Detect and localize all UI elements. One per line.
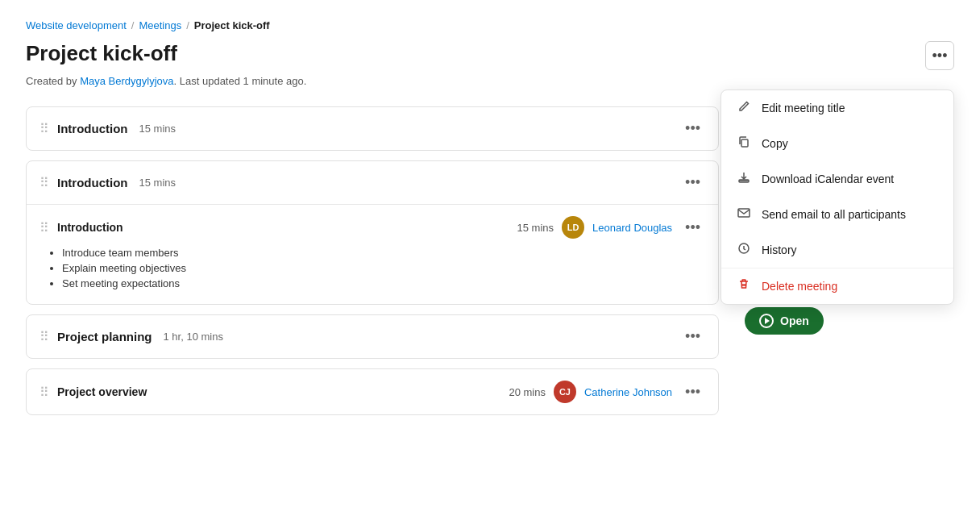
agenda-item-2-duration: 20 mins: [509, 386, 546, 398]
edit-title-label: Edit meeting title: [762, 102, 845, 114]
agenda-item-1-right: 15 mins LD Leonard Douglas •••: [517, 216, 705, 239]
agenda-item-1-duration: 15 mins: [517, 222, 554, 234]
agenda-group-2-title-row: ⠿ Introduction 15 mins: [39, 175, 176, 190]
breadcrumb-website-dev[interactable]: Website development: [26, 19, 127, 31]
agenda-group-2-duration: 15 mins: [139, 177, 176, 189]
breadcrumb-sep-2: /: [186, 19, 189, 31]
agenda-item-2: ⠿ Project overview 20 mins CJ Catherine …: [27, 369, 718, 414]
dropdown-item-history[interactable]: History: [721, 232, 953, 268]
delete-label: Delete meeting: [762, 280, 837, 293]
email-icon: [736, 206, 752, 223]
play-triangle: [765, 318, 770, 324]
agenda-group-1-title-row: ⠿ Introduction 15 mins: [39, 121, 176, 136]
agenda-group-1-more[interactable]: •••: [680, 119, 705, 139]
dropdown-item-delete[interactable]: Delete meeting: [721, 268, 953, 304]
agenda-group-2-title: Introduction: [57, 176, 127, 189]
agenda-item-2-left: ⠿ Project overview: [39, 385, 147, 400]
agenda-group-3-header[interactable]: ⠿ Project planning 1 hr, 10 mins •••: [27, 315, 718, 358]
breadcrumb-current: Project kick-off: [194, 19, 270, 31]
agenda-group-3-title-row: ⠿ Project planning 1 hr, 10 mins: [39, 329, 223, 344]
agenda-group-3-duration: 1 hr, 10 mins: [164, 331, 223, 343]
dropdown-item-download[interactable]: Download iCalendar event: [721, 161, 953, 197]
copy-icon: [736, 135, 752, 152]
assignee-catherine[interactable]: Catherine Johnson: [584, 386, 672, 398]
page-container: Website development / Meetings / Project…: [0, 0, 980, 516]
agenda-item-1-more[interactable]: •••: [680, 218, 705, 238]
avatar-cj: CJ: [554, 381, 576, 403]
author-link[interactable]: Maya Berdygylyjova: [80, 75, 173, 87]
drag-handle-item-2[interactable]: ⠿: [39, 385, 49, 400]
agenda-group-2-header[interactable]: ⠿ Introduction 15 mins •••: [27, 161, 718, 204]
created-by-prefix: Created by: [26, 75, 80, 87]
dropdown-item-copy[interactable]: Copy: [721, 126, 953, 161]
drag-handle-3[interactable]: ⠿: [39, 329, 49, 344]
drag-handle-2[interactable]: ⠿: [39, 175, 49, 190]
drag-handle-1[interactable]: ⠿: [39, 121, 49, 136]
avatar-ld: LD: [562, 216, 584, 239]
bullet-3: Set meeting expectations: [62, 277, 705, 289]
page-title: Project kick-off: [26, 41, 177, 66]
agenda-item-1: ⠿ Introduction 15 mins LD Leonard Dougla…: [27, 204, 718, 304]
agenda-group-3: ⠿ Project planning 1 hr, 10 mins •••: [26, 314, 719, 359]
agenda-item-2-header: ⠿ Project overview 20 mins CJ Catherine …: [39, 381, 705, 403]
agenda-group-1-title: Introduction: [57, 122, 127, 135]
agenda-group-3-more[interactable]: •••: [680, 327, 705, 347]
agenda-group-4: ⠿ Project overview 20 mins CJ Catherine …: [26, 368, 719, 415]
clock-icon: [736, 242, 752, 258]
agenda-group-1-header[interactable]: ⠿ Introduction 15 mins •••: [27, 107, 718, 150]
dropdown-item-send-email[interactable]: Send email to all participants: [721, 197, 953, 232]
agenda-item-2-more[interactable]: •••: [680, 382, 705, 402]
open-button-label: Open: [780, 314, 809, 327]
agenda-section: ⠿ Introduction 15 mins ••• ⠿ Introductio…: [26, 106, 719, 425]
drag-handle-item-1[interactable]: ⠿: [39, 220, 49, 235]
svg-rect-0: [741, 139, 748, 147]
agenda-item-1-bullets: Introduce team members Explain meeting o…: [62, 247, 705, 289]
copy-label: Copy: [762, 137, 788, 150]
agenda-group-2: ⠿ Introduction 15 mins ••• ⠿ Introductio…: [26, 160, 719, 305]
more-dots-icon: •••: [932, 48, 948, 64]
agenda-group-3-title: Project planning: [57, 330, 152, 343]
send-email-label: Send email to all participants: [762, 208, 906, 221]
page-header: Project kick-off ••• Edit meeting title: [26, 41, 954, 70]
agenda-item-1-title: Introduction: [57, 221, 123, 234]
agenda-item-1-header: ⠿ Introduction 15 mins LD Leonard Dougla…: [39, 216, 705, 239]
agenda-item-2-right: 20 mins CJ Catherine Johnson •••: [509, 381, 705, 403]
dropdown-menu: Edit meeting title Copy: [720, 89, 954, 305]
svg-rect-2: [738, 209, 750, 217]
breadcrumb-meetings[interactable]: Meetings: [139, 19, 181, 31]
open-button[interactable]: Open: [745, 307, 824, 335]
download-icon: [736, 171, 752, 187]
bullet-2: Explain meeting objectives: [62, 262, 705, 274]
bullet-1: Introduce team members: [62, 247, 705, 259]
agenda-group-1-duration: 15 mins: [139, 123, 176, 135]
more-options-button[interactable]: •••: [925, 41, 954, 70]
trash-icon: [736, 278, 752, 294]
updated-text: . Last updated 1 minute ago.: [174, 75, 307, 87]
breadcrumb-sep-1: /: [131, 19, 135, 31]
breadcrumb: Website development / Meetings / Project…: [26, 19, 954, 31]
agenda-group-2-more[interactable]: •••: [680, 173, 705, 193]
agenda-group-1: ⠿ Introduction 15 mins •••: [26, 106, 719, 151]
assignee-leonard[interactable]: Leonard Douglas: [592, 222, 672, 234]
history-label: History: [762, 243, 797, 256]
pencil-icon: [736, 100, 752, 116]
page-meta: Created by Maya Berdygylyjova. Last upda…: [26, 75, 954, 87]
agenda-item-1-left: ⠿ Introduction: [39, 220, 123, 235]
dropdown-item-edit-title[interactable]: Edit meeting title: [721, 90, 953, 126]
play-circle-icon: [759, 314, 774, 328]
agenda-item-2-title: Project overview: [57, 385, 147, 398]
download-label: Download iCalendar event: [762, 173, 894, 185]
